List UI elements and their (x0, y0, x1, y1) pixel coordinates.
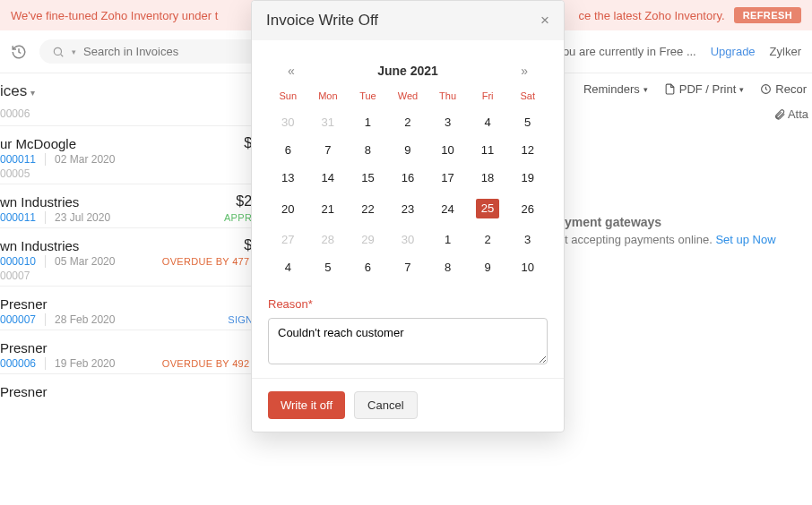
calendar-dow: Sat (507, 87, 548, 108)
calendar-day[interactable]: 11 (468, 136, 508, 164)
calendar-day[interactable]: 9 (388, 136, 428, 164)
calendar-day[interactable]: 16 (388, 164, 428, 192)
calendar-dow: Fri (468, 87, 508, 108)
calendar-day[interactable]: 2 (468, 226, 508, 253)
calendar-day[interactable]: 18 (468, 164, 508, 192)
close-icon: × (540, 12, 549, 29)
calendar-day[interactable]: 27 (268, 226, 308, 253)
calendar-day[interactable]: 30 (268, 108, 308, 136)
calendar-day[interactable]: 5 (308, 253, 349, 281)
calendar-day[interactable]: 30 (388, 226, 428, 253)
calendar-dow: Sun (268, 87, 308, 108)
close-button[interactable]: × (540, 12, 549, 30)
calendar-day[interactable]: 9 (468, 253, 508, 281)
write-off-modal: Invoice Write Off × « June 2021 » SunMon… (251, 0, 565, 432)
calendar-day[interactable]: 14 (308, 164, 349, 192)
reason-input[interactable] (268, 318, 548, 364)
reason-label: Reason* (268, 297, 548, 311)
write-off-button[interactable]: Write it off (268, 391, 345, 419)
calendar-day[interactable]: 17 (428, 164, 468, 192)
calendar-day[interactable]: 1 (428, 226, 468, 253)
modal-overlay: Invoice Write Off × « June 2021 » SunMon… (0, 0, 812, 505)
calendar-day[interactable]: 2 (388, 108, 428, 136)
calendar-day[interactable]: 4 (468, 108, 508, 136)
calendar-dow: Mon (308, 87, 349, 108)
calendar-day[interactable]: 10 (507, 253, 548, 281)
calendar-day[interactable]: 22 (348, 192, 388, 226)
calendar-day[interactable]: 15 (348, 164, 388, 192)
calendar-day[interactable]: 13 (268, 164, 308, 192)
calendar-day[interactable]: 26 (507, 192, 548, 226)
calendar-day[interactable]: 20 (268, 192, 308, 226)
calendar-day[interactable]: 21 (308, 192, 349, 226)
calendar-day[interactable]: 29 (348, 226, 388, 253)
calendar-day[interactable]: 7 (308, 136, 349, 164)
modal-title: Invoice Write Off (266, 12, 378, 30)
calendar-next-button[interactable]: » (515, 64, 533, 78)
calendar-month-label: June 2021 (377, 64, 438, 78)
calendar-day[interactable]: 24 (428, 192, 468, 226)
calendar-day[interactable]: 6 (348, 253, 388, 281)
calendar-day[interactable]: 3 (507, 226, 548, 253)
calendar-day[interactable]: 6 (268, 136, 308, 164)
calendar-day[interactable]: 12 (507, 136, 548, 164)
calendar-dow: Wed (388, 87, 428, 108)
calendar-day[interactable]: 7 (388, 253, 428, 281)
calendar-day[interactable]: 28 (308, 226, 349, 253)
calendar-day[interactable]: 3 (428, 108, 468, 136)
calendar-day[interactable]: 8 (348, 136, 388, 164)
calendar-dow: Tue (348, 87, 388, 108)
cancel-button[interactable]: Cancel (354, 391, 417, 419)
calendar-prev-button[interactable]: « (282, 64, 300, 78)
calendar-day[interactable]: 4 (268, 253, 308, 281)
calendar-day[interactable]: 1 (348, 108, 388, 136)
calendar-day[interactable]: 5 (507, 108, 548, 136)
calendar-day[interactable]: 19 (507, 164, 548, 192)
calendar-day[interactable]: 25 (468, 192, 508, 226)
calendar-day[interactable]: 23 (388, 192, 428, 226)
calendar-day[interactable]: 8 (428, 253, 468, 281)
calendar-dow: Thu (428, 87, 468, 108)
calendar-day[interactable]: 31 (308, 108, 349, 136)
calendar-grid: SunMonTueWedThuFriSat 303112345678910111… (268, 87, 548, 281)
calendar-nav: « June 2021 » (268, 64, 548, 87)
calendar-day[interactable]: 10 (428, 136, 468, 164)
